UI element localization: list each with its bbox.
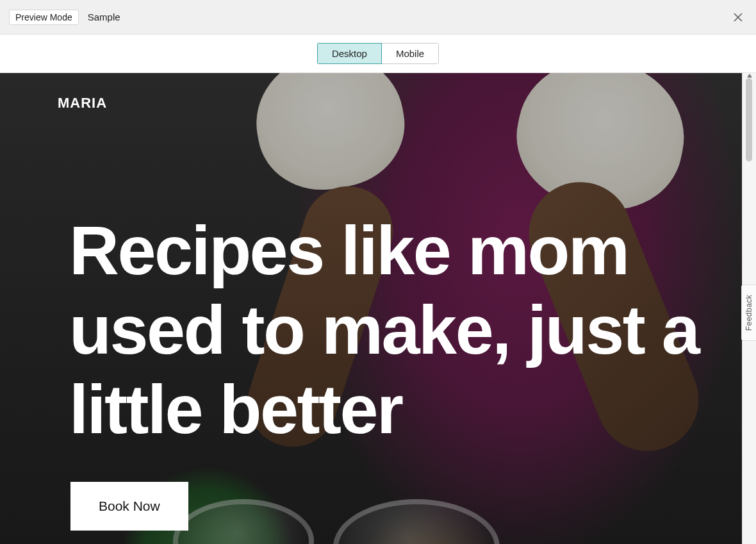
site-name-label: Sample bbox=[88, 12, 120, 22]
feedback-label: Feedback bbox=[745, 295, 754, 331]
close-icon bbox=[732, 12, 744, 23]
device-mobile-label: Mobile bbox=[396, 48, 424, 59]
preview-topbar: Preview Mode Sample bbox=[0, 0, 756, 35]
svg-marker-2 bbox=[747, 74, 752, 78]
book-now-button[interactable]: Book Now bbox=[70, 482, 188, 531]
device-toggle: Desktop Mobile bbox=[317, 43, 439, 64]
device-toggle-row: Desktop Mobile bbox=[0, 35, 756, 73]
device-mobile-button[interactable]: Mobile bbox=[381, 43, 439, 64]
site-logo-text: MARIA bbox=[58, 95, 107, 111]
device-desktop-label: Desktop bbox=[332, 48, 367, 59]
hero-headline: Recipes like mom used to make, just a li… bbox=[69, 211, 703, 450]
preview-mode-badge: Preview Mode bbox=[9, 10, 79, 25]
preview-stage-outer: MARIA Recipes like mom used to make, jus… bbox=[0, 73, 756, 544]
close-preview-button[interactable] bbox=[729, 8, 747, 26]
feedback-tab[interactable]: Feedback bbox=[741, 284, 756, 341]
scrollbar-thumb[interactable] bbox=[746, 78, 752, 161]
preview-mode-label: Preview Mode bbox=[15, 12, 72, 22]
device-desktop-button[interactable]: Desktop bbox=[317, 43, 382, 64]
book-now-label: Book Now bbox=[99, 499, 160, 513]
preview-stage: MARIA Recipes like mom used to make, jus… bbox=[0, 73, 742, 544]
